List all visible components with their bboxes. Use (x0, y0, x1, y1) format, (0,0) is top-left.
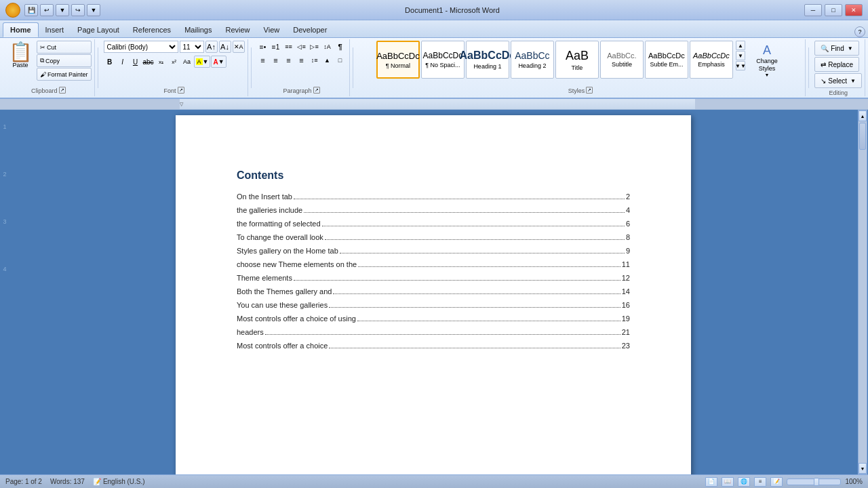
outline-view-button[interactable]: ≡ (754, 477, 766, 487)
italic-button[interactable]: I (117, 56, 129, 68)
increase-font-size-button[interactable]: A↑ (205, 41, 218, 53)
toc-entry-text: Both the Themes gallery and (237, 287, 332, 296)
scroll-thumb[interactable] (859, 123, 866, 150)
copy-button[interactable]: ⧉ Copy (37, 54, 92, 67)
scroll-down-button[interactable]: ▼ (859, 463, 867, 474)
strikethrough-button[interactable]: abc (142, 56, 155, 68)
redo-button[interactable]: ↪ (71, 4, 85, 16)
decrease-font-size-button[interactable]: A↓ (219, 41, 231, 53)
font-format-row: B I U abc x₂ x² Aa A▼ A▼ (104, 56, 226, 68)
toc-entries: On the Insert tab2the galleries include … (237, 192, 630, 350)
tab-mailings[interactable]: Mailings (178, 22, 218, 37)
subtle-preview: AaBbCcDc (648, 52, 685, 60)
show-formatting-button[interactable]: ¶ (334, 41, 347, 53)
subscript-button[interactable]: x₂ (155, 56, 167, 68)
superscript-button[interactable]: x² (168, 56, 180, 68)
borders-button[interactable]: □ (334, 54, 347, 66)
toc-entry-text: Theme elements (237, 274, 292, 282)
h2-preview: AaBbCc (515, 50, 549, 61)
styles-scroll-more[interactable]: ▼▼ (736, 61, 745, 70)
maximize-button[interactable]: □ (825, 4, 842, 16)
toc-entry: To change the overall look8 (237, 233, 630, 241)
font-color-button[interactable]: A▼ (211, 56, 226, 68)
scroll-up-button[interactable]: ▲ (859, 110, 867, 121)
help-button[interactable]: ? (854, 26, 865, 37)
paste-button[interactable]: 📋 Paste (5, 41, 35, 70)
close-button[interactable]: ✕ (845, 4, 863, 16)
customize-quick-access[interactable]: ▼ (87, 4, 100, 16)
underline-button[interactable]: U (130, 56, 142, 68)
style-no-spacing[interactable]: AaBbCcDc ¶ No Spaci... (421, 41, 465, 79)
page-marker-2: 2 (3, 171, 6, 178)
office-button[interactable] (5, 3, 20, 18)
document-area[interactable]: Contents On the Insert tab2the galleries… (9, 110, 857, 474)
change-styles-button[interactable]: A ChangeStyles ▼ (749, 41, 785, 80)
full-reading-view-button[interactable]: 📖 (722, 477, 734, 487)
tab-page-layout[interactable]: Page Layout (71, 22, 126, 37)
tab-developer[interactable]: Developer (286, 22, 334, 37)
numbering-button[interactable]: ≡1 (270, 41, 282, 53)
font-name-select[interactable]: Calibri (Body) (104, 41, 178, 53)
style-heading2[interactable]: AaBbCc Heading 2 (511, 41, 554, 79)
undo-dropdown[interactable]: ▼ (56, 4, 69, 16)
font-size-select[interactable]: 11 (180, 41, 204, 53)
paragraph-expand[interactable]: ↗ (313, 87, 320, 94)
page-status: Page: 1 of 2 (5, 478, 42, 485)
vertical-scrollbar[interactable]: ▲ ▼ (858, 110, 867, 474)
multilevel-list-button[interactable]: ≡≡ (283, 41, 295, 53)
cut-button[interactable]: ✂ Cut (37, 41, 92, 54)
window-title: Document1 - Microsoft Word (100, 6, 804, 14)
sort-button[interactable]: ↕A (321, 41, 334, 53)
tab-home[interactable]: Home (3, 22, 39, 37)
toc-dots (294, 199, 625, 199)
clipboard-expand[interactable]: ↗ (59, 87, 66, 94)
styles-scroll-up[interactable]: ▲ (736, 41, 745, 50)
change-case-button[interactable]: Aa (181, 56, 193, 68)
align-center-button[interactable]: ≡ (270, 54, 282, 66)
toc-entry: the galleries include 4 (237, 206, 630, 214)
shading-button[interactable]: ▲ (321, 54, 334, 66)
paragraph-content: ≡• ≡1 ≡≡ ◁≡ ▷≡ ↕A ¶ ≡ ≡ ≡ ≡ ↕≡ ▲ □ (257, 41, 347, 86)
toc-page-number: 2 (626, 192, 630, 201)
style-subtle-emphasis[interactable]: AaBbCcDc Subtle Em... (645, 41, 688, 79)
tab-review[interactable]: Review (218, 22, 256, 37)
tab-references[interactable]: References (126, 22, 178, 37)
styles-content: AaBbCcDc ¶ Normal AaBbCcDc ¶ No Spaci...… (376, 41, 785, 86)
decrease-indent-button[interactable]: ◁≡ (296, 41, 308, 53)
draft-view-button[interactable]: 📝 (770, 477, 783, 487)
clear-formatting-button[interactable]: ✕A (233, 41, 245, 53)
format-painter-button[interactable]: 🖌 Format Painter (37, 68, 92, 81)
highlight-color-button[interactable]: A▼ (194, 56, 211, 68)
style-heading1[interactable]: AaBbCcDc Heading 1 (466, 41, 509, 79)
select-button[interactable]: ↘ Select ▼ (814, 73, 862, 88)
title-preview: AaB (566, 49, 589, 63)
minimize-button[interactable]: ─ (804, 4, 822, 16)
increase-indent-button[interactable]: ▷≡ (309, 41, 321, 53)
save-button[interactable]: 💾 (24, 4, 38, 16)
replace-button[interactable]: ⇄ Replace (814, 57, 859, 72)
bold-button[interactable]: B (104, 56, 116, 68)
paragraph-group: ≡• ≡1 ≡≡ ◁≡ ▷≡ ↕A ¶ ≡ ≡ ≡ ≡ ↕≡ ▲ □ Parag… (254, 39, 350, 96)
style-subtitle[interactable]: AaBbCc. Subtitle (600, 41, 644, 79)
print-layout-view-button[interactable]: 📄 (705, 477, 717, 487)
title-bar-left: 💾 ↩ ▼ ↪ ▼ (5, 3, 100, 18)
find-icon: 🔍 (821, 45, 829, 52)
style-emphasis[interactable]: AaBbCcDc Emphasis (690, 41, 733, 79)
styles-expand[interactable]: ↗ (586, 87, 593, 94)
justify-button[interactable]: ≡ (296, 54, 308, 66)
web-layout-view-button[interactable]: 🌐 (738, 477, 750, 487)
tab-view[interactable]: View (257, 22, 287, 37)
styles-scroll-down[interactable]: ▼ (736, 51, 745, 60)
align-left-button[interactable]: ≡ (257, 54, 269, 66)
zoom-slider[interactable] (787, 479, 841, 485)
style-normal[interactable]: AaBbCcDc ¶ Normal (376, 41, 420, 79)
tab-insert[interactable]: Insert (39, 22, 71, 37)
font-expand[interactable]: ↗ (178, 87, 184, 94)
style-title[interactable]: AaB Title (555, 41, 599, 79)
line-spacing-button[interactable]: ↕≡ (309, 54, 321, 66)
align-right-button[interactable]: ≡ (283, 54, 295, 66)
bullets-button[interactable]: ≡• (257, 41, 269, 53)
find-button[interactable]: 🔍 Find ▼ (814, 41, 859, 56)
undo-button[interactable]: ↩ (40, 4, 54, 16)
main-area: 1 2 3 4 Contents On the Insert tab2the g… (0, 110, 868, 474)
